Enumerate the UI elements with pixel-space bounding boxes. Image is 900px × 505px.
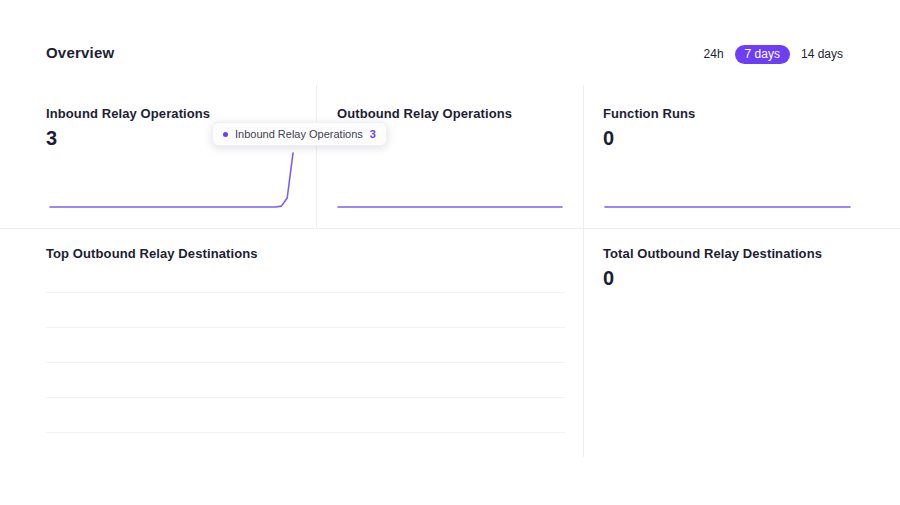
top-destinations-card-title: Top Outbound Relay Destinations [46,246,258,261]
function-runs-sparkline-chart[interactable] [604,150,851,212]
table-row-divider [46,292,565,293]
inbound-relay-card-value: 3 [46,127,57,149]
table-row-divider [46,432,565,433]
outbound-relay-sparkline-chart[interactable] [337,150,563,212]
overview-page: Overview 24h 7 days 14 days Inbound Rela… [0,0,900,505]
card-divider-vertical-1 [316,85,317,227]
time-range-option-14days[interactable]: 14 days [799,45,845,64]
table-row-divider [46,362,565,363]
inbound-relay-card-title: Inbound Relay Operations [46,106,210,121]
tooltip-series-value: 3 [370,128,376,140]
time-range-selector: 24h 7 days 14 days [702,45,845,64]
inbound-relay-sparkline-chart[interactable] [49,150,294,212]
total-destinations-card-value: 0 [603,267,614,289]
tooltip-series-label: Inbound Relay Operations [235,128,363,140]
page-title: Overview [46,44,114,61]
destinations-table-rows [46,292,565,433]
function-runs-card-value: 0 [603,127,614,149]
table-row-divider [46,327,565,328]
table-row-divider [46,397,565,398]
card-divider-vertical-2 [583,85,584,457]
outbound-relay-card-title: Outbound Relay Operations [337,106,512,121]
series-dot-icon [223,132,228,137]
total-destinations-card-title: Total Outbound Relay Destinations [603,246,822,261]
section-divider-horizontal [0,228,900,229]
chart-tooltip: Inbound Relay Operations 3 [212,122,387,146]
time-range-option-24h[interactable]: 24h [702,45,726,64]
function-runs-card-title: Function Runs [603,106,695,121]
time-range-option-7days[interactable]: 7 days [735,45,790,64]
